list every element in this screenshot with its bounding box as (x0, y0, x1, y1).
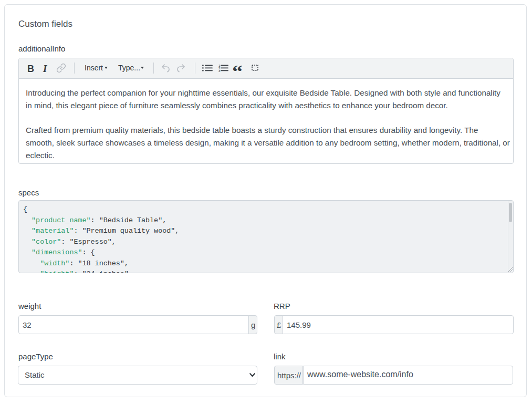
svg-text:3: 3 (218, 69, 221, 72)
